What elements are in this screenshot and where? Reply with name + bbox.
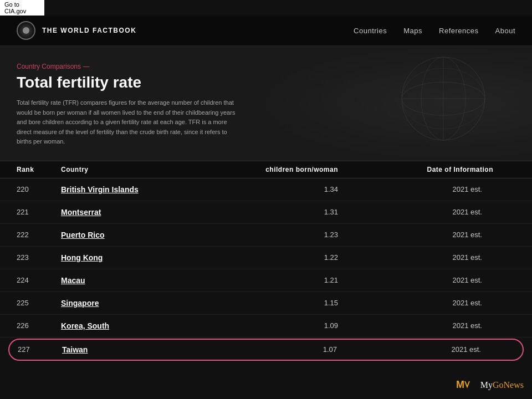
table-row: 225 Singapore 1.15 2021 est. <box>0 292 532 315</box>
value-cell: 1.07 <box>204 345 359 354</box>
cia-bar-label[interactable]: Go to CIA.gov <box>4 1 26 14</box>
rank-cell: 221 <box>17 208 61 216</box>
value-cell: 1.21 <box>205 276 360 284</box>
table-row: 226 Korea, South 1.09 2021 est. <box>0 315 532 337</box>
nav-countries[interactable]: Countries <box>354 27 387 35</box>
country-name[interactable]: Korea, South <box>61 321 205 330</box>
table-body: 220 British Virgin Islands 1.34 2021 est… <box>0 178 532 361</box>
watermark: M MyGoNews <box>455 377 524 393</box>
country-name[interactable]: Taiwan <box>62 345 204 354</box>
country-name[interactable]: British Virgin Islands <box>61 185 205 194</box>
col-date: Date of Information <box>360 166 515 173</box>
date-cell: 2021 est. <box>360 231 515 239</box>
logo-icon <box>17 21 35 40</box>
data-table: Rank Country children born/woman Date of… <box>0 161 532 361</box>
globe-decoration <box>388 52 499 146</box>
table-row: 221 Montserrat 1.31 2021 est. <box>0 201 532 224</box>
date-cell: 2021 est. <box>360 185 515 193</box>
nav-about[interactable]: About <box>495 27 515 35</box>
rank-cell: 223 <box>17 253 61 262</box>
table-row: 227 Taiwan 1.07 2021 est. <box>8 339 524 361</box>
table-row: 222 Puerto Rico 1.23 2021 est. <box>0 224 532 247</box>
table-header-row: Rank Country children born/woman Date of… <box>0 161 532 178</box>
country-name[interactable]: Hong Kong <box>61 253 205 262</box>
table-row: 224 Macau 1.21 2021 est. <box>0 269 532 292</box>
table-row: 223 Hong Kong 1.22 2021 est. <box>0 247 532 269</box>
value-cell: 1.09 <box>205 321 360 330</box>
country-name[interactable]: Singapore <box>61 299 205 308</box>
hero-section: Country Comparisons — Total fertility ra… <box>0 46 532 161</box>
col-country: Country <box>61 166 205 173</box>
rank-cell: 220 <box>17 185 61 193</box>
logo-area: THE WORLD FACTBOOK <box>17 21 136 40</box>
date-cell: 2021 est. <box>360 276 515 284</box>
date-cell: 2021 est. <box>360 299 515 307</box>
value-cell: 1.34 <box>205 185 360 193</box>
country-name[interactable]: Puerto Rico <box>61 231 205 239</box>
watermark-news: News <box>504 380 524 390</box>
country-name[interactable]: Montserrat <box>61 208 205 217</box>
rank-cell: 227 <box>18 345 62 354</box>
main-nav: Countries Maps References About <box>354 27 515 35</box>
rank-cell: 226 <box>17 321 61 330</box>
value-cell: 1.15 <box>205 299 360 307</box>
header: THE WORLD FACTBOOK Countries Maps Refere… <box>0 16 532 46</box>
date-cell: 2021 est. <box>360 321 515 330</box>
watermark-my: My <box>480 380 493 390</box>
nav-maps[interactable]: Maps <box>403 27 422 35</box>
country-name[interactable]: Macau <box>61 276 205 285</box>
col-rank: Rank <box>17 166 61 173</box>
watermark-text: MyGoNews <box>480 380 524 390</box>
value-cell: 1.22 <box>205 253 360 262</box>
nav-references[interactable]: References <box>439 27 478 35</box>
rank-cell: 224 <box>17 276 61 284</box>
date-cell: 2021 est. <box>360 253 515 262</box>
page-description: Total fertility rate (TFR) compares figu… <box>17 98 238 147</box>
rank-cell: 222 <box>17 231 61 239</box>
site-title: THE WORLD FACTBOOK <box>42 27 136 34</box>
date-cell: 2021 est. <box>360 208 515 216</box>
rank-cell: 225 <box>17 299 61 307</box>
value-cell: 1.23 <box>205 231 360 239</box>
watermark-go: Go <box>493 380 504 390</box>
col-value: children born/woman <box>205 166 360 173</box>
date-cell: 2021 est. <box>359 345 514 354</box>
svg-text:M: M <box>456 379 464 390</box>
value-cell: 1.31 <box>205 208 360 216</box>
mygo-logo-icon: M <box>455 377 477 393</box>
table-row: 220 British Virgin Islands 1.34 2021 est… <box>0 178 532 201</box>
cia-bar[interactable]: Go to CIA.gov <box>0 0 44 16</box>
